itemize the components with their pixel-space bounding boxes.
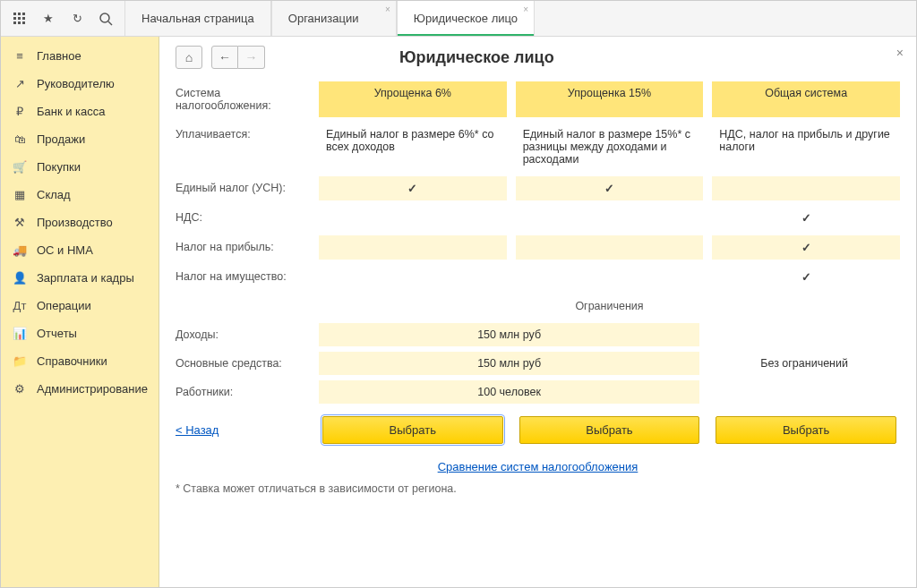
page-title: Юридическое лицо xyxy=(399,48,554,67)
sidebar-item-label: Продажи xyxy=(37,132,85,146)
tools-icon: ⚒ xyxy=(12,216,28,229)
cell-paid-usn15: Единый налог в размере 15%* с разницы ме… xyxy=(516,123,704,171)
column-header-osno: Общая система xyxy=(712,81,900,117)
tab-home[interactable]: Начальная страница xyxy=(124,1,271,36)
sidebar-item-label: Производство xyxy=(37,216,113,229)
cell-profit-osno xyxy=(712,235,900,260)
person-icon: 👤 xyxy=(12,271,28,285)
row-label-income: Доходы: xyxy=(176,323,319,346)
search-icon[interactable] xyxy=(98,11,114,27)
sidebar-item-reports[interactable]: 📊Отчеты xyxy=(1,320,159,347)
check-icon xyxy=(801,212,811,225)
column-header-usn6: Упрощенка 6% xyxy=(319,81,507,117)
cell-no-limits: Без ограничений xyxy=(708,352,900,375)
close-icon[interactable]: × xyxy=(523,4,528,14)
svg-rect-0 xyxy=(13,13,16,15)
ruble-icon: ₽ xyxy=(12,105,28,118)
sidebar-item-label: Главное xyxy=(37,49,81,63)
svg-rect-4 xyxy=(18,17,21,20)
cell-vat-usn15 xyxy=(516,206,704,230)
tab-label: Начальная страница xyxy=(141,12,254,25)
apps-icon[interactable] xyxy=(12,11,28,27)
sidebar-item-production[interactable]: ⚒Производство xyxy=(1,209,159,236)
cell-profit-usn6 xyxy=(319,235,507,260)
row-label-tax-system: Система налогообложения: xyxy=(176,81,319,117)
cart-icon: 🛒 xyxy=(12,160,28,174)
sidebar-item-admin[interactable]: ⚙Администрирование xyxy=(1,375,159,403)
row-label-employees: Работники: xyxy=(176,380,319,404)
column-header-usn15: Упрощенка 15% xyxy=(516,81,704,117)
sidebar-item-salary[interactable]: 👤Зарплата и кадры xyxy=(1,264,159,292)
check-icon xyxy=(801,242,811,254)
cell-income-usn: 150 млн руб xyxy=(319,323,699,346)
row-label-assets: Основные средства: xyxy=(176,352,319,375)
cell-assets-usn: 150 млн руб xyxy=(319,352,699,375)
sidebar-item-warehouse[interactable]: ▦Склад xyxy=(1,181,159,209)
tab-label: Юридическое лицо xyxy=(414,12,518,25)
sidebar-item-assets[interactable]: 🚚ОС и НМА xyxy=(1,236,159,264)
footnote: * Ставка может отличаться в зависимости … xyxy=(176,482,900,495)
compare-link[interactable]: Сравнение систем налогообложения xyxy=(438,460,638,473)
cell-employees-osno xyxy=(708,380,900,404)
history-icon[interactable]: ↻ xyxy=(69,11,85,27)
sidebar-item-label: Справочники xyxy=(37,354,107,368)
svg-rect-2 xyxy=(22,13,25,15)
star-icon[interactable]: ★ xyxy=(40,11,56,27)
sidebar-item-purchases[interactable]: 🛒Покупки xyxy=(1,153,159,181)
nav-forward-button[interactable]: → xyxy=(238,46,265,69)
cell-usn-tax-osno xyxy=(712,176,900,200)
limits-title: Ограничения xyxy=(319,294,900,318)
svg-rect-3 xyxy=(13,17,16,20)
cell-property-usn15 xyxy=(516,265,704,289)
back-link[interactable]: < Назад xyxy=(176,423,219,437)
cell-profit-usn15 xyxy=(516,235,704,260)
svg-rect-5 xyxy=(22,17,25,20)
nav-back-button[interactable]: ← xyxy=(211,46,238,69)
folder-icon: 📁 xyxy=(12,354,28,368)
cell-property-usn6 xyxy=(319,265,507,289)
sidebar-item-bank[interactable]: ₽Банк и касса xyxy=(1,98,159,125)
sidebar-item-label: Зарплата и кадры xyxy=(37,271,134,285)
sidebar-item-label: ОС и НМА xyxy=(37,243,93,257)
sidebar-item-operations[interactable]: ДтОперации xyxy=(1,292,159,320)
close-icon[interactable]: × xyxy=(385,4,390,14)
cell-usn-tax-usn6 xyxy=(319,176,507,200)
tab-label: Организации xyxy=(288,12,359,25)
menu-icon: ≡ xyxy=(12,49,28,63)
cell-paid-osno: НДС, налог на прибыль и другие налоги xyxy=(712,123,900,171)
chart-up-icon: ↗ xyxy=(12,77,28,90)
sidebar-item-label: Отчеты xyxy=(37,327,77,340)
svg-rect-8 xyxy=(22,21,25,24)
select-button-usn6[interactable]: Выбрать xyxy=(322,416,503,444)
sidebar-item-catalogs[interactable]: 📁Справочники xyxy=(1,347,159,375)
sidebar-item-label: Администрирование xyxy=(37,382,148,396)
sidebar-item-manager[interactable]: ↗Руководителю xyxy=(1,70,159,98)
select-button-osno[interactable]: Выбрать xyxy=(716,416,896,444)
sidebar-item-label: Руководителю xyxy=(37,77,115,90)
debit-icon: Дт xyxy=(12,299,28,312)
close-page-icon[interactable]: × xyxy=(896,46,904,60)
svg-rect-7 xyxy=(18,21,21,24)
sidebar-item-label: Покупки xyxy=(37,160,81,174)
sidebar-item-sales[interactable]: 🛍Продажи xyxy=(1,125,159,153)
cell-vat-osno xyxy=(712,206,900,230)
cell-property-osno xyxy=(712,265,900,289)
sidebar-item-label: Операции xyxy=(37,299,91,312)
row-label-profit-tax: Налог на прибыль: xyxy=(176,235,319,260)
sidebar-item-main[interactable]: ≡Главное xyxy=(1,42,159,70)
check-icon xyxy=(801,271,811,284)
check-icon xyxy=(604,183,614,195)
grid-icon: ▦ xyxy=(12,188,28,201)
cell-paid-usn6: Единый налог в размере 6%* со всех доход… xyxy=(319,123,507,171)
svg-rect-1 xyxy=(18,13,21,15)
sidebar: ≡Главное ↗Руководителю ₽Банк и касса 🛍Пр… xyxy=(1,37,159,587)
home-button[interactable]: ⌂ xyxy=(176,46,202,69)
tab-organizations[interactable]: Организации × xyxy=(271,1,397,36)
tab-legal-entity[interactable]: Юридическое лицо × xyxy=(397,1,535,36)
gear-icon: ⚙ xyxy=(12,382,28,396)
content-area: × ⌂ ← → Юридическое лицо Система налогоо… xyxy=(159,37,916,587)
select-button-usn15[interactable]: Выбрать xyxy=(519,416,700,444)
row-label-paid: Уплачивается: xyxy=(176,123,319,171)
top-toolbar: ★ ↻ Начальная страница Организации × Юри… xyxy=(1,1,916,37)
cell-income-osno xyxy=(708,323,900,346)
